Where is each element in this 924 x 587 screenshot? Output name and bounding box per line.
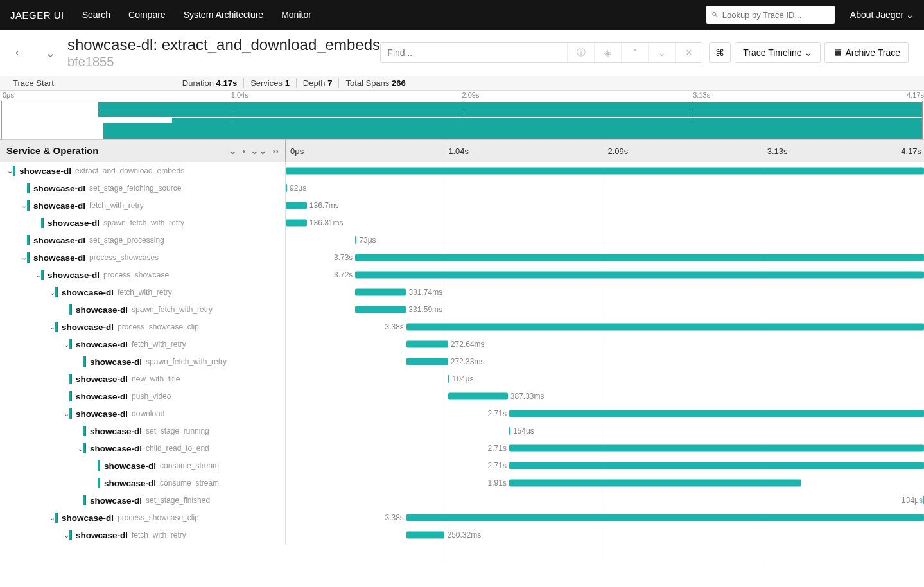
span-row[interactable]: ⌄showcase-dlprocess_showcase3.72s [0, 267, 924, 284]
span-row[interactable]: showcase-dlset_stage_processing73μs [0, 232, 924, 249]
operation-name: consume_stream [160, 461, 219, 470]
span-duration-label: 73μs [359, 236, 376, 245]
collapse-toggle-icon[interactable]: ⌄ [45, 45, 56, 60]
span-row[interactable]: ⌄showcase-dlfetch_with_retry250.32ms [0, 527, 924, 544]
span-bar[interactable] [406, 532, 445, 539]
service-name: showcase-dl [76, 409, 128, 419]
axis-tick: 1.04s [448, 146, 469, 155]
back-arrow-icon[interactable]: ← [13, 44, 27, 61]
prev-match-icon[interactable]: ⌃ [621, 43, 648, 62]
shortcuts-button[interactable]: ⌘ [709, 42, 731, 63]
span-duration-label: 3.73s [334, 253, 353, 262]
next-match-icon[interactable]: ⌄ [648, 43, 675, 62]
caret-icon[interactable]: ⌄ [63, 531, 69, 539]
caret-icon[interactable]: ⌄ [49, 323, 55, 331]
caret-icon[interactable]: ⌄ [35, 271, 41, 279]
span-bar[interactable] [509, 445, 924, 452]
span-duration-label: 2.71s [488, 409, 507, 418]
service-name: showcase-dl [90, 496, 142, 505]
nav-system-architecture[interactable]: System Architecture [184, 10, 264, 20]
span-bar[interactable] [286, 168, 924, 175]
span-row[interactable]: ⌄showcase-dlprocess_showcases3.73s [0, 249, 924, 267]
caret-icon[interactable]: ⌄ [6, 167, 13, 175]
caret-icon[interactable]: ⌄ [63, 340, 69, 349]
span-bar[interactable] [355, 306, 406, 313]
span-duration-label: 104μs [452, 374, 473, 383]
stat-total-spans: Total Spans 266 [338, 78, 412, 88]
span-bar[interactable] [406, 514, 924, 521]
service-name: showcase-dl [33, 184, 85, 193]
help-icon[interactable]: ⓘ [567, 43, 594, 62]
service-color-tick [83, 495, 86, 505]
span-row[interactable]: ⌄showcase-dlchild_read_to_end2.71s [0, 440, 924, 457]
service-name: showcase-dl [90, 357, 142, 367]
span-bar[interactable] [406, 358, 448, 365]
service-name: showcase-dl [48, 270, 100, 280]
span-bar[interactable] [286, 202, 307, 209]
minimap[interactable] [1, 101, 923, 139]
span-row[interactable]: ⌄showcase-dlfetch_with_retry272.64ms [0, 336, 924, 353]
nav-compare[interactable]: Compare [128, 10, 166, 20]
clear-find-icon[interactable]: ✕ [675, 43, 702, 62]
caret-icon[interactable]: ⌄ [49, 288, 55, 297]
span-row[interactable]: showcase-dlconsume_stream2.71s [0, 457, 924, 475]
expand-one-icon[interactable]: › [242, 145, 245, 157]
span-bar[interactable] [406, 324, 924, 331]
span-row[interactable]: ⌄showcase-dlextract_and_download_embeds [0, 162, 924, 180]
span-bar[interactable] [509, 462, 924, 469]
span-row[interactable]: ⌄showcase-dldownload2.71s [0, 405, 924, 423]
nav-search[interactable]: Search [82, 10, 110, 20]
span-bar[interactable] [509, 427, 510, 435]
caret-icon[interactable]: ⌄ [77, 444, 83, 453]
span-row[interactable]: showcase-dlspawn_fetch_with_retry331.59m… [0, 301, 924, 319]
about-link[interactable]: About Jaeger ⌄ [850, 10, 914, 20]
span-row[interactable]: showcase-dlset_stage_finished134μs [0, 492, 924, 509]
caret-icon[interactable]: ⌄ [63, 410, 69, 418]
span-row[interactable]: ⌄showcase-dlprocess_showcase_clip3.38s [0, 319, 924, 336]
span-bar[interactable] [286, 220, 307, 227]
operation-name: child_read_to_end [146, 444, 209, 453]
span-bar[interactable] [286, 184, 287, 192]
service-name: showcase-dl [76, 392, 128, 401]
lookup-input[interactable] [722, 10, 830, 20]
span-bar[interactable] [355, 272, 924, 279]
span-duration-label: 154μs [513, 426, 534, 435]
span-bar[interactable] [448, 393, 507, 400]
collapse-one-icon[interactable]: ⌄ [229, 145, 237, 157]
span-row[interactable]: showcase-dlset_stage_fetching_source92μs [0, 180, 924, 197]
find-input[interactable] [381, 43, 567, 62]
span-row[interactable]: ⌄showcase-dlfetch_with_retry136.7ms [0, 197, 924, 215]
span-row[interactable]: showcase-dlset_stage_running154μs [0, 423, 924, 440]
span-row[interactable]: showcase-dlnew_with_title104μs [0, 371, 924, 388]
span-bar[interactable] [509, 410, 924, 417]
expand-all-icon[interactable]: ›› [272, 145, 279, 157]
archive-button[interactable]: Archive Trace [824, 42, 909, 63]
caret-icon[interactable]: ⌄ [49, 514, 55, 522]
span-bar[interactable] [509, 480, 801, 487]
locate-icon[interactable]: ◈ [594, 43, 621, 62]
span-bar[interactable] [355, 289, 406, 296]
span-row[interactable]: ⌄showcase-dlprocess_showcase_clip3.38s [0, 509, 924, 527]
service-name: showcase-dl [76, 305, 128, 315]
span-row[interactable]: ⌄showcase-dlfetch_with_retry331.74ms [0, 284, 924, 301]
service-color-tick [27, 200, 30, 211]
span-bar[interactable] [355, 236, 356, 244]
span-row[interactable]: showcase-dlspawn_fetch_with_retry136.31m… [0, 215, 924, 232]
span-bar[interactable] [406, 341, 448, 348]
collapse-all-icon[interactable]: ⌄⌄ [250, 145, 267, 157]
operation-name: fetch_with_retry [89, 201, 144, 210]
span-bar[interactable] [448, 375, 449, 383]
span-duration-label: 92μs [290, 184, 306, 193]
view-dropdown[interactable]: Trace Timeline ⌄ [735, 42, 820, 63]
service-color-tick [13, 166, 15, 176]
minimap-tick: 4.17s [907, 91, 924, 99]
caret-icon[interactable]: ⌄ [21, 202, 27, 210]
lookup-box[interactable] [706, 6, 835, 24]
span-row[interactable]: showcase-dlspawn_fetch_with_retry272.33m… [0, 353, 924, 371]
nav-monitor[interactable]: Monitor [281, 10, 311, 20]
span-duration-label: 2.71s [488, 461, 507, 470]
span-bar[interactable] [355, 254, 924, 261]
caret-icon[interactable]: ⌄ [21, 254, 27, 262]
span-row[interactable]: showcase-dlconsume_stream1.91s [0, 475, 924, 492]
span-row[interactable]: showcase-dlpush_video387.33ms [0, 388, 924, 405]
